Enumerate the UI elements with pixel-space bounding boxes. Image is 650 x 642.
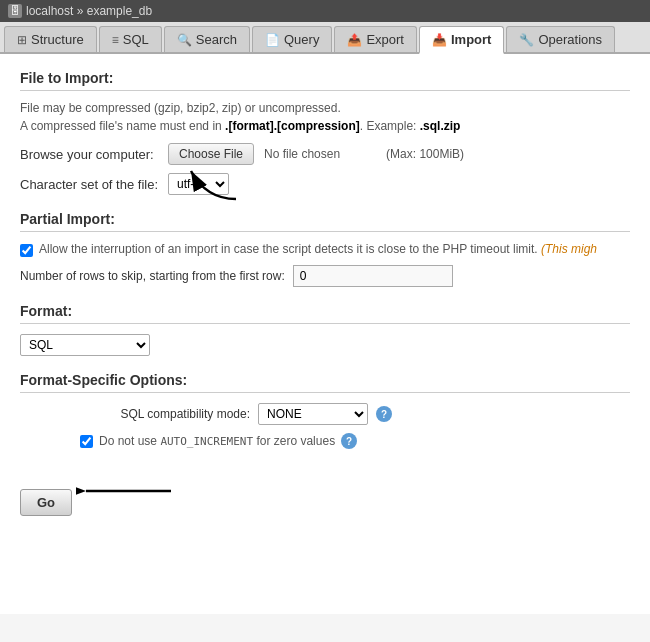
tab-structure[interactable]: ⊞ Structure [4, 26, 97, 52]
tab-export[interactable]: 📤 Export [334, 26, 417, 52]
nav-tabs: ⊞ Structure ≡ SQL 🔍 Search 📄 Query 📤 Exp… [0, 22, 650, 54]
file-to-import-header: File to Import: [20, 70, 630, 91]
auto-increment-help-icon[interactable]: ? [341, 433, 357, 449]
format-select[interactable]: SQL CSV CSV using LOAD DATA JSON XML [20, 334, 150, 356]
format-specific-header: Format-Specific Options: [20, 372, 630, 393]
title-bar: 🗄 localhost » example_db [0, 0, 650, 22]
tab-search[interactable]: 🔍 Search [164, 26, 250, 52]
query-icon: 📄 [265, 33, 280, 47]
title-text: localhost » example_db [26, 4, 152, 18]
partial-import-section: Partial Import: Allow the interruption o… [20, 211, 630, 287]
db-icon: 🗄 [8, 4, 22, 18]
tab-import[interactable]: 📥 Import [419, 26, 504, 54]
auto-increment-label: Do not use AUTO_INCREMENT for zero value… [99, 434, 335, 448]
go-button[interactable]: Go [20, 489, 72, 516]
info2-example: .sql.zip [420, 119, 461, 133]
charset-row: Character set of the file: utf-8 latin1 … [20, 173, 630, 195]
format-select-row: SQL CSV CSV using LOAD DATA JSON XML [20, 334, 630, 356]
info-text-2: A compressed file's name must end in .[f… [20, 119, 630, 133]
skip-label: Number of rows to skip, starting from th… [20, 269, 285, 283]
auto-increment-checkbox[interactable] [80, 435, 93, 448]
tab-operations[interactable]: 🔧 Operations [506, 26, 615, 52]
format-section: Format: SQL CSV CSV using LOAD DATA JSON… [20, 303, 630, 356]
browse-row: Browse your computer: Choose File No fil… [20, 143, 630, 165]
max-size-text: (Max: 100MiB) [386, 147, 464, 161]
import-icon: 📥 [432, 33, 447, 47]
sql-icon: ≡ [112, 33, 119, 47]
sql-compat-select[interactable]: NONE ANSI DB2 MAXDB MYSQL323 MYSQL40 MSS… [258, 403, 368, 425]
export-icon: 📤 [347, 33, 362, 47]
info-text-1: File may be compressed (gzip, bzip2, zip… [20, 101, 630, 115]
sql-compat-row: SQL compatibility mode: NONE ANSI DB2 MA… [80, 403, 630, 425]
tab-query[interactable]: 📄 Query [252, 26, 332, 52]
operations-icon: 🔧 [519, 33, 534, 47]
charset-label: Character set of the file: [20, 177, 160, 192]
browse-label: Browse your computer: [20, 147, 160, 162]
partial-import-header: Partial Import: [20, 211, 630, 232]
format-header: Format: [20, 303, 630, 324]
timeout-checkbox[interactable] [20, 244, 33, 257]
file-btn-area: Choose File No file chosen (Max: 100MiB) [168, 143, 464, 165]
timeout-checkbox-row: Allow the interruption of an import in c… [20, 242, 630, 257]
tab-sql[interactable]: ≡ SQL [99, 26, 162, 52]
info2-prefix: A compressed file's name must end in [20, 119, 225, 133]
timeout-italic: (This migh [541, 242, 597, 256]
info2-highlight: .[format].[compression] [225, 119, 360, 133]
charset-select[interactable]: utf-8 latin1 utf-16 [168, 173, 229, 195]
timeout-label: Allow the interruption of an import in c… [39, 242, 597, 256]
format-specific-section: Format-Specific Options: SQL compatibili… [20, 372, 630, 449]
skip-input[interactable] [293, 265, 453, 287]
no-file-text: No file chosen [264, 147, 340, 161]
structure-icon: ⊞ [17, 33, 27, 47]
sql-compat-label: SQL compatibility mode: [80, 407, 250, 421]
choose-file-button[interactable]: Choose File [168, 143, 254, 165]
go-arrow [76, 476, 176, 509]
search-icon: 🔍 [177, 33, 192, 47]
skip-row: Number of rows to skip, starting from th… [20, 265, 630, 287]
main-content: File to Import: File may be compressed (… [0, 54, 650, 614]
bottom-section: Go [20, 469, 630, 516]
info2-suffix: . Example: [360, 119, 420, 133]
sql-compat-help-icon[interactable]: ? [376, 406, 392, 422]
auto-increment-row: Do not use AUTO_INCREMENT for zero value… [80, 433, 630, 449]
